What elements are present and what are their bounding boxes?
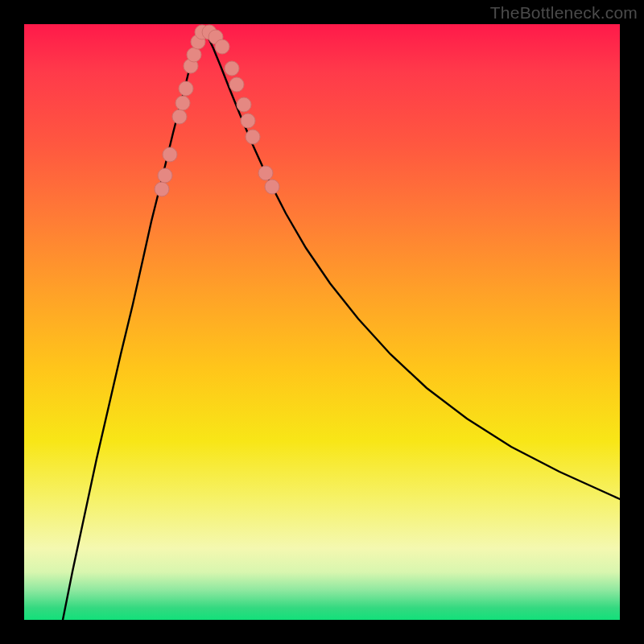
chart-svg [24, 24, 620, 620]
data-point-marker [237, 97, 251, 112]
data-point-marker [241, 114, 255, 128]
data-point-marker [172, 109, 187, 124]
chart-frame: TheBottleneck.com [0, 0, 644, 644]
data-point-marker [215, 39, 229, 54]
marker-group [155, 25, 279, 196]
data-point-marker [158, 168, 172, 183]
data-point-marker [225, 61, 239, 76]
data-point-marker [229, 77, 244, 92]
data-point-marker [246, 130, 260, 144]
data-point-marker [179, 81, 193, 96]
data-point-marker [265, 180, 279, 194]
curve-right-branch [204, 28, 620, 499]
data-point-marker [258, 166, 273, 180]
plot-area [24, 24, 620, 620]
data-point-marker [155, 182, 169, 196]
data-point-marker [187, 47, 201, 62]
data-point-marker [175, 96, 190, 110]
data-point-marker [163, 147, 177, 162]
watermark-text: TheBottleneck.com [490, 3, 638, 23]
